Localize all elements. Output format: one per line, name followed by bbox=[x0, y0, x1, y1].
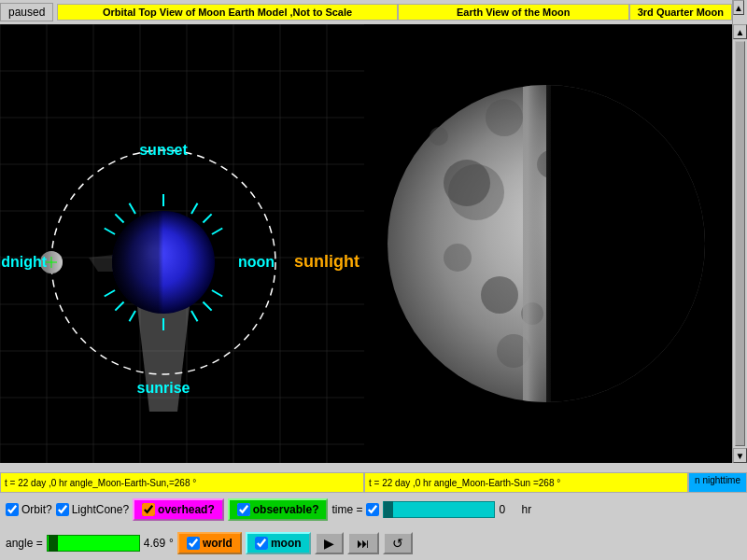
angle-label: angle = bbox=[6, 537, 43, 550]
hr-label: hr bbox=[521, 503, 531, 516]
observable-label: observable? bbox=[253, 503, 319, 516]
angle-slider[interactable] bbox=[47, 535, 140, 552]
observable-checkbox[interactable] bbox=[237, 503, 250, 516]
world-checkbox[interactable] bbox=[187, 537, 200, 550]
scroll-thumb[interactable] bbox=[735, 41, 745, 446]
angle-value: 4.69 bbox=[144, 537, 165, 550]
moon-checkbox[interactable] bbox=[255, 537, 268, 550]
time-label: time = bbox=[331, 503, 362, 516]
quarter-moon-label: 3rd Quarter Moon bbox=[629, 4, 732, 21]
reset-button[interactable]: ↺ bbox=[383, 532, 413, 554]
moon-view-panel bbox=[364, 24, 732, 463]
overhead-button[interactable]: overhead? bbox=[133, 498, 224, 521]
status-right: t = 22 day ,0 hr angle_Moon-Earth-Sun =2… bbox=[364, 472, 688, 493]
moon-label: moon bbox=[271, 537, 302, 550]
scroll-up-button[interactable]: ▲ bbox=[733, 24, 747, 39]
lightcone-checkbox-label[interactable]: LightCone? bbox=[56, 503, 129, 516]
scroll-down-button[interactable]: ▼ bbox=[733, 448, 747, 463]
time-checkbox-label[interactable] bbox=[366, 503, 379, 516]
nighttime-status: n nighttime bbox=[688, 472, 747, 493]
step-button[interactable]: ⏭ bbox=[347, 532, 379, 554]
scroll-up-button[interactable]: ▲ bbox=[733, 0, 744, 15]
observable-button[interactable]: observable? bbox=[228, 498, 329, 521]
left-panel-title: Orbital Top View of Moon Earth Model ,No… bbox=[57, 4, 397, 21]
world-button[interactable]: world bbox=[177, 532, 242, 554]
moon-button[interactable]: moon bbox=[246, 532, 311, 554]
world-label: world bbox=[203, 537, 233, 550]
time-value: 0 bbox=[499, 503, 517, 516]
time-checkbox[interactable] bbox=[366, 503, 379, 516]
status-left: t = 22 day ,0 hr angle_Moon-Earth-Sun,=2… bbox=[0, 472, 364, 493]
time-slider[interactable] bbox=[383, 501, 495, 518]
degree-symbol: ° bbox=[169, 537, 174, 550]
overhead-label: overhead? bbox=[158, 503, 215, 516]
orbital-view-panel bbox=[0, 24, 364, 463]
status-bar: t = 22 day ,0 hr angle_Moon-Earth-Sun,=2… bbox=[0, 472, 747, 493]
lightcone-label: LightCone? bbox=[72, 503, 129, 516]
orbit-checkbox[interactable] bbox=[6, 503, 19, 516]
lightcone-checkbox[interactable] bbox=[56, 503, 69, 516]
overhead-checkbox[interactable] bbox=[142, 503, 155, 516]
earth-view-title: Earth View of the Moon bbox=[398, 4, 629, 21]
play-button[interactable]: ▶ bbox=[315, 532, 344, 554]
orbit-checkbox-label[interactable]: Orbit? bbox=[6, 503, 52, 516]
paused-label: paused bbox=[0, 3, 53, 21]
orbit-label: Orbit? bbox=[21, 503, 52, 516]
